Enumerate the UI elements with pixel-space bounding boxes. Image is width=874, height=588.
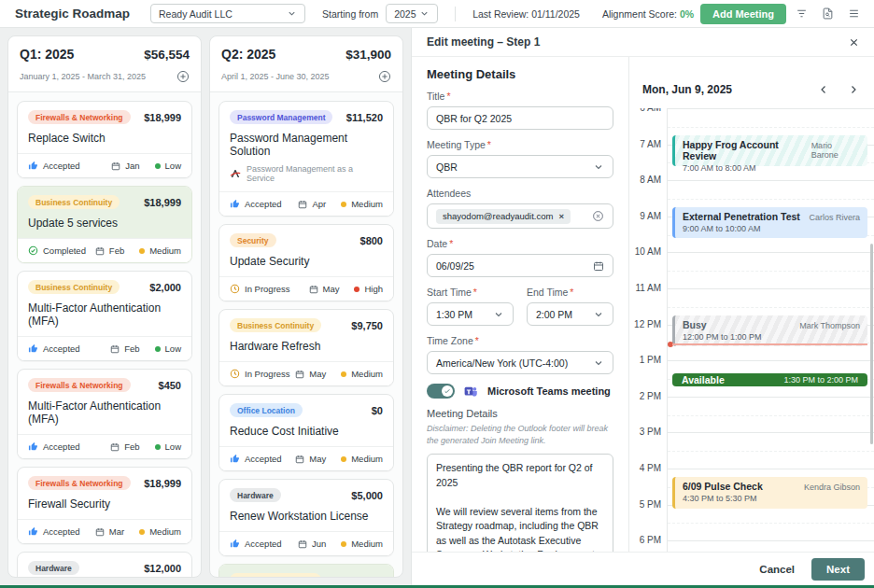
chevron-down-icon	[493, 309, 504, 320]
meeting-type-label: Meeting Type*	[427, 139, 613, 150]
alignment-score-value: 0%	[680, 8, 694, 20]
hour-label: 12 PM	[629, 319, 661, 329]
hour-label: 10 AM	[629, 246, 661, 257]
card-amount: $0	[372, 405, 383, 416]
panel-footer: Cancel Next	[412, 552, 874, 585]
category-badge: Security	[230, 233, 276, 247]
quarter-header: Q1: 2025 $56,554 January 1, 2025 - March…	[8, 36, 201, 92]
quarter-total: $56,554	[144, 48, 190, 62]
thumbs-up-icon	[230, 454, 240, 464]
quarter-cards: Password Management $11,520 Password Man…	[210, 92, 402, 577]
quarter-title: Q2: 2025	[221, 47, 275, 62]
company-select[interactable]: Ready Audit LLC	[150, 4, 305, 23]
add-initiative-icon[interactable]	[378, 70, 391, 83]
card-priority: Low	[165, 441, 181, 452]
calendar-date-title: Mon, Jun 9, 2025	[642, 83, 732, 96]
next-button[interactable]: Next	[811, 558, 865, 581]
category-badge: Hardware	[230, 488, 281, 502]
end-time-select[interactable]: 2:00 PM	[527, 302, 613, 326]
start-time-select[interactable]: 1:30 PM	[427, 302, 514, 326]
attendees-input[interactable]: shayodom@readyaudit.com ×	[427, 203, 613, 229]
event-person: Carlos Rivera	[809, 213, 860, 222]
last-review-text: Last Review: 01/11/2025	[472, 8, 580, 20]
clock-icon	[230, 284, 240, 294]
thumbs-up-icon	[28, 161, 38, 171]
alignment-score: Alignment Score:0%	[602, 8, 694, 20]
initiative-card[interactable]: Security $800 Update Security In Progres…	[218, 224, 394, 301]
time-zone-select[interactable]: America/New York (UTC-4:00)	[427, 351, 613, 374]
calendar-event[interactable]: Busy Mark Thompson 12:00 PM to 1:00 PM	[672, 315, 867, 347]
status-badge: Accepted	[28, 441, 80, 452]
calendar-event-available[interactable]: Available 1:30 PM to 2:00 PM	[672, 373, 867, 386]
year-select[interactable]: 2025	[386, 4, 438, 23]
initiative-card[interactable]: Password Management $11,520 Password Man…	[218, 101, 394, 217]
card-title: Update 5 services	[28, 217, 181, 230]
initiative-card[interactable]: Business Continuity $18,999 Update 5 ser…	[17, 186, 192, 263]
file-search-icon[interactable]	[816, 4, 839, 24]
initiative-card[interactable]: Hardware $5,000 Renew Workstation Licens…	[218, 479, 394, 556]
meeting-details-textarea[interactable]: Presenting the QBR report for Q2 of 2025…	[427, 454, 613, 552]
hour-label: 5 PM	[629, 499, 661, 510]
initiative-card[interactable]: Firewalls & Networking $18,999 Firewall …	[17, 467, 192, 544]
menu-icon[interactable]	[842, 4, 865, 24]
initiative-card[interactable]: Office Location $0 Reduce Cost Initiativ…	[218, 394, 394, 471]
initiative-card[interactable]: Firewalls & Networking $18,999 Replace S…	[17, 101, 192, 178]
remove-attendee-icon[interactable]: ×	[558, 211, 564, 221]
thumbs-up-icon	[28, 526, 38, 537]
meeting-form: Meeting Details Title* QBR for Q2 2025 M…	[412, 57, 629, 552]
card-title: Replace Switch	[28, 132, 181, 145]
category-badge: Business Continuity	[230, 573, 321, 577]
calendar-scrollbar[interactable]	[870, 244, 873, 444]
chevron-right-icon[interactable]	[848, 84, 859, 95]
chevron-down-icon	[593, 309, 604, 320]
chevron-down-icon	[593, 357, 604, 369]
add-initiative-icon[interactable]	[176, 70, 190, 83]
title-input[interactable]: QBR for Q2 2025	[427, 106, 613, 130]
check-circle-icon	[28, 245, 38, 256]
clear-circle-icon[interactable]	[592, 210, 604, 222]
close-icon[interactable]	[849, 37, 859, 48]
card-month: Jan	[125, 161, 139, 171]
card-priority: Medium	[351, 454, 383, 464]
filter-icon[interactable]	[790, 4, 812, 24]
initiative-card[interactable]: Business Continuity $2,000 Multi-Factor …	[17, 271, 192, 361]
time-zone-label: Time Zone*	[427, 335, 613, 346]
attendee-chip[interactable]: shayodom@readyaudit.com ×	[436, 209, 571, 224]
teams-meeting-toggle[interactable]	[427, 384, 455, 399]
cancel-button[interactable]: Cancel	[759, 564, 795, 575]
initiative-card[interactable]: Hardware $12,000 Expired Device Replacem…	[17, 552, 192, 577]
meeting-type-select[interactable]: QBR	[427, 155, 613, 178]
calendar-icon	[110, 344, 120, 354]
category-badge: Password Management	[230, 110, 332, 124]
calendar-event[interactable]: Happy Frog Account Review Mario Barone 7…	[672, 135, 867, 167]
date-input[interactable]: 06/09/25	[427, 254, 613, 277]
plus-circle-icon	[378, 70, 391, 83]
chevron-down-icon	[593, 161, 604, 173]
card-subtitle: Password Management as a Service	[247, 164, 383, 183]
initiative-card[interactable]: Business Continuity $10,000	[218, 564, 394, 577]
quarter-title: Q1: 2025	[20, 47, 74, 62]
quarter-range: April 1, 2025 - June 30, 2025	[221, 72, 330, 81]
card-month: Feb	[109, 245, 124, 256]
hour-label: 6 PM	[629, 535, 661, 545]
initiative-card[interactable]: Firewalls & Networking $450 Multi-Factor…	[17, 369, 192, 459]
toggle-knob	[442, 385, 453, 397]
card-priority: Medium	[351, 539, 383, 549]
calendar-event[interactable]: 6/09 Pulse Check Kendra Gibson 4:30 PM t…	[672, 477, 867, 509]
card-amount: $450	[159, 380, 181, 391]
card-amount: $18,999	[144, 197, 181, 208]
status-badge: Accepted	[28, 526, 80, 537]
priority-dot	[139, 248, 145, 254]
day-calendar: Mon, Jun 9, 2025 6 AM7 AM8 AM9 AM10 AM11…	[629, 57, 874, 552]
teams-icon	[464, 385, 478, 399]
status-badge: Accepted	[28, 161, 80, 171]
event-person: Mario Barone	[811, 141, 860, 160]
add-meeting-button[interactable]: Add Meeting	[700, 4, 786, 24]
calendar-icon	[295, 455, 304, 464]
status-badge: Accepted	[230, 454, 282, 464]
thumbs-up-icon	[230, 199, 240, 209]
initiative-card[interactable]: Business Continuity $9,750 Hardware Refr…	[218, 309, 394, 386]
chevron-left-icon[interactable]	[818, 84, 829, 95]
hour-label: 11 AM	[629, 283, 661, 293]
calendar-event[interactable]: External Penetration Test Carlos Rivera …	[672, 207, 867, 239]
